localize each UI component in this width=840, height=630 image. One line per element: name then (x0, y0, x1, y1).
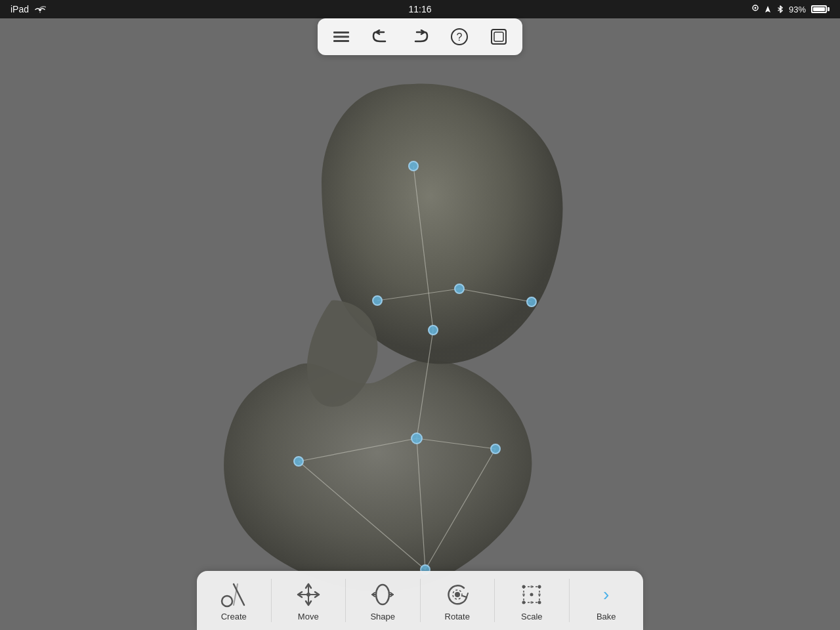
svg-point-19 (373, 296, 382, 305)
help-button[interactable]: ? (446, 24, 472, 50)
location-icon (752, 5, 759, 14)
rotate-label: Rotate (445, 612, 470, 621)
undo-button[interactable] (368, 24, 394, 50)
shape-icon (368, 580, 397, 609)
status-time: 11:16 (408, 4, 431, 14)
create-tool[interactable]: Create (197, 571, 271, 630)
create-label: Create (221, 612, 247, 621)
bake-icon: › (592, 580, 621, 609)
arrow-icon (764, 5, 772, 14)
svg-point-1 (754, 7, 756, 9)
svg-point-23 (411, 433, 422, 444)
view-icon (490, 28, 508, 46)
svg-rect-4 (333, 40, 349, 42)
undo-icon (371, 30, 390, 44)
battery-percent: 93% (789, 5, 806, 14)
svg-rect-8 (494, 32, 503, 41)
move-icon (294, 580, 323, 609)
svg-point-20 (455, 284, 464, 293)
status-right: 93% (752, 5, 830, 14)
bottom-toolbar: Create Move (197, 571, 643, 630)
redo-button[interactable] (407, 24, 433, 50)
bake-label: Bake (597, 612, 616, 621)
svg-rect-2 (333, 32, 349, 33)
view-button[interactable] (486, 24, 512, 50)
bake-arrow: › (603, 584, 609, 605)
list-icon (333, 30, 349, 43)
svg-point-22 (429, 326, 438, 335)
scale-icon (517, 580, 546, 609)
device-name: iPad (10, 4, 29, 14)
svg-point-25 (294, 457, 303, 466)
svg-point-24 (491, 444, 500, 453)
bake-tool[interactable]: › Bake (570, 571, 644, 630)
svg-text:?: ? (457, 32, 463, 43)
create-icon (219, 580, 248, 609)
svg-point-33 (376, 585, 389, 604)
help-icon: ? (450, 28, 469, 46)
3d-shape (0, 18, 840, 630)
svg-point-21 (527, 297, 536, 306)
rotate-icon (443, 580, 472, 609)
wifi-icon (34, 5, 46, 14)
svg-point-28 (222, 596, 232, 606)
svg-point-36 (455, 592, 460, 597)
svg-point-18 (409, 161, 418, 171)
list-button[interactable] (328, 24, 354, 50)
redo-icon (410, 30, 430, 44)
toolbar: ? (318, 18, 522, 55)
status-left: iPad (10, 4, 46, 14)
shape-label: Shape (370, 612, 395, 621)
main-canvas[interactable] (0, 18, 840, 630)
move-label: Move (298, 612, 319, 621)
rotate-tool[interactable]: Rotate (421, 571, 495, 630)
scale-tool[interactable]: Scale (495, 571, 569, 630)
status-bar: iPad 11:16 93% (0, 0, 840, 18)
svg-rect-3 (333, 36, 349, 38)
scale-label: Scale (521, 612, 543, 621)
move-tool[interactable]: Move (272, 571, 346, 630)
battery-icon (811, 5, 830, 13)
svg-point-38 (530, 593, 534, 596)
bluetooth-icon (777, 5, 784, 14)
shape-tool[interactable]: Shape (346, 571, 420, 630)
svg-point-32 (306, 593, 310, 597)
